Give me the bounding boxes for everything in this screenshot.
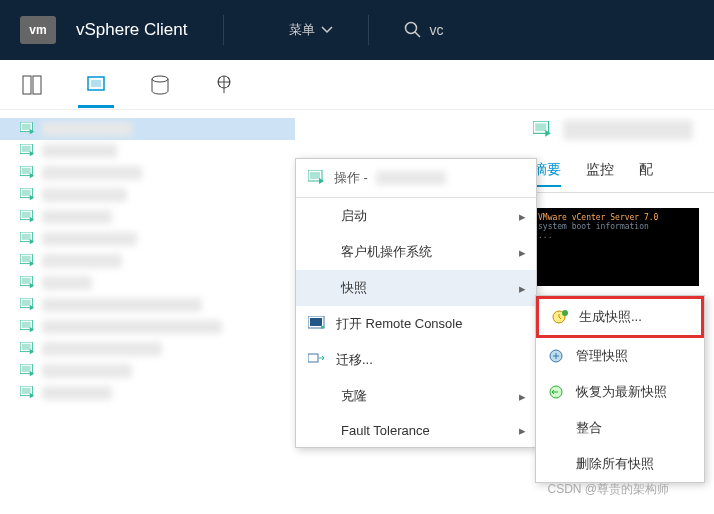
divider [368, 15, 369, 45]
tree-item[interactable] [0, 140, 295, 162]
search-icon [404, 21, 422, 39]
vm-name-blurred [42, 298, 202, 312]
vm-name-blurred [42, 254, 122, 268]
vm-running-icon [20, 386, 36, 400]
watermark: CSDN @尊贵的架构师 [547, 481, 669, 498]
tree-item[interactable] [0, 162, 295, 184]
menu-item-fault-tolerance[interactable]: Fault Tolerance ▸ [296, 414, 536, 447]
tab-summary[interactable]: 摘要 [533, 155, 561, 187]
context-menu: 操作 - 启动 ▸ 客户机操作系统 ▸ 快照 ▸ 打开 Remote Conso… [295, 158, 537, 448]
tab-monitor[interactable]: 监控 [586, 155, 614, 187]
svg-rect-30 [22, 366, 31, 372]
tree-item[interactable] [0, 250, 295, 272]
svg-rect-22 [22, 278, 31, 284]
submenu-arrow-icon: ▸ [519, 389, 526, 404]
svg-rect-39 [308, 354, 318, 362]
submenu-create-snapshot[interactable]: 生成快照... [536, 296, 704, 338]
tree-item[interactable] [0, 184, 295, 206]
context-menu-header: 操作 - [296, 159, 536, 198]
svg-rect-24 [22, 300, 31, 306]
tree-item[interactable] [0, 206, 295, 228]
svg-rect-36 [310, 172, 320, 179]
tree-item[interactable] [0, 338, 295, 360]
svg-rect-1 [23, 76, 31, 94]
vm-running-icon [20, 144, 36, 158]
vm-name-blurred [42, 386, 112, 400]
tree-item[interactable] [0, 360, 295, 382]
menu-item-migrate[interactable]: 迁移... [296, 342, 536, 378]
hosts-clusters-icon[interactable] [20, 73, 44, 97]
console-preview[interactable]: VMware vCenter Server 7.0 system boot in… [533, 208, 699, 286]
vm-name-blurred [42, 188, 127, 202]
vm-running-icon [20, 342, 36, 356]
tree-item[interactable] [0, 228, 295, 250]
svg-rect-28 [22, 344, 31, 350]
menu-header-label: 操作 - [334, 169, 368, 187]
tab-config[interactable]: 配 [639, 155, 653, 187]
vm-name-blurred [42, 320, 222, 334]
tree-item[interactable] [0, 294, 295, 316]
menu-item-snapshot[interactable]: 快照 ▸ [296, 270, 536, 306]
menu-button[interactable]: 菜单 [289, 21, 333, 39]
vm-tree [0, 110, 295, 412]
svg-rect-38 [310, 318, 322, 326]
vm-running-icon [20, 188, 36, 202]
svg-rect-16 [22, 212, 31, 218]
menu-item-remote-console[interactable]: 打开 Remote Console [296, 306, 536, 342]
vm-name-blurred [42, 364, 132, 378]
vm-running-icon [20, 298, 36, 312]
svg-rect-26 [22, 322, 31, 328]
chevron-down-icon [321, 26, 333, 34]
menu-item-guest-os[interactable]: 客户机操作系统 ▸ [296, 234, 536, 270]
vm-running-icon [20, 210, 36, 224]
storage-icon[interactable] [148, 73, 172, 97]
submenu-revert-snapshot[interactable]: 恢复为最新快照 [536, 374, 704, 410]
svg-rect-20 [22, 256, 31, 262]
svg-rect-10 [22, 146, 31, 152]
search-box[interactable]: vc [404, 21, 444, 39]
vm-running-icon [20, 232, 36, 246]
console-icon [308, 316, 326, 332]
vm-name-blurred [42, 276, 92, 290]
vm-running-icon [20, 166, 36, 180]
vm-running-icon [20, 276, 36, 290]
vm-running-icon [20, 122, 36, 136]
app-header: vm vSphere Client 菜单 vc [0, 0, 714, 60]
svg-point-41 [562, 310, 568, 316]
revert-snapshot-icon [548, 384, 566, 400]
submenu-consolidate[interactable]: 整合 [536, 410, 704, 446]
svg-rect-14 [22, 190, 31, 196]
svg-point-5 [152, 76, 168, 82]
search-value: vc [430, 22, 444, 38]
submenu-manage-snapshot[interactable]: 管理快照 [536, 338, 704, 374]
vms-templates-icon[interactable] [84, 73, 108, 97]
submenu-arrow-icon: ▸ [519, 281, 526, 296]
svg-rect-32 [22, 388, 31, 394]
svg-rect-8 [22, 124, 31, 130]
vm-running-icon [20, 254, 36, 268]
vm-running-icon [20, 364, 36, 378]
svg-rect-34 [535, 123, 546, 131]
migrate-icon [308, 352, 326, 368]
submenu-arrow-icon: ▸ [519, 209, 526, 224]
create-snapshot-icon [551, 309, 569, 325]
details-header [518, 110, 714, 150]
submenu-delete-all[interactable]: 删除所有快照 [536, 446, 704, 482]
vm-name-blurred [42, 210, 112, 224]
snapshot-submenu: 生成快照... 管理快照 恢复为最新快照 整合 删除所有快照 [535, 295, 705, 483]
divider [223, 15, 224, 45]
menu-item-clone[interactable]: 克隆 ▸ [296, 378, 536, 414]
menu-item-start[interactable]: 启动 ▸ [296, 198, 536, 234]
tree-item[interactable] [0, 382, 295, 404]
submenu-arrow-icon: ▸ [519, 245, 526, 260]
tree-item[interactable] [0, 272, 295, 294]
vm-name-blurred [42, 166, 142, 180]
tree-item[interactable] [0, 118, 295, 140]
tree-item[interactable] [0, 316, 295, 338]
menu-header-vmname-blurred [376, 171, 446, 185]
networking-icon[interactable] [212, 73, 236, 97]
vm-running-icon [533, 121, 553, 139]
vm-running-icon [20, 320, 36, 334]
svg-point-0 [405, 23, 416, 34]
vmware-logo: vm [20, 16, 56, 44]
